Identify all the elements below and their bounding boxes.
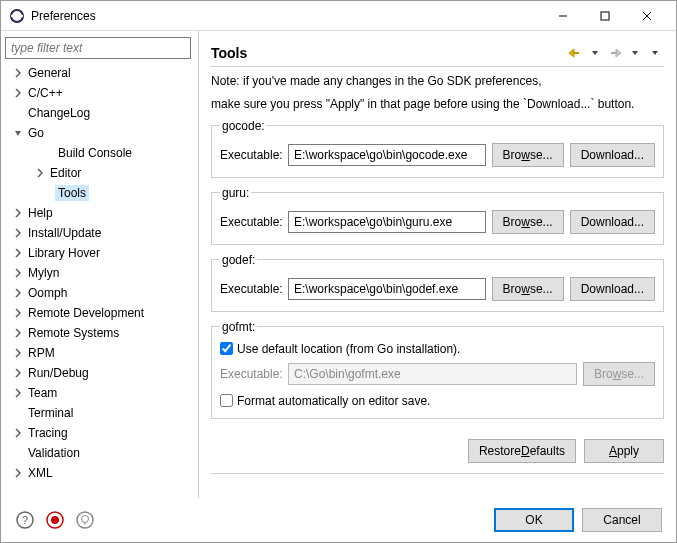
guru-exec-label: Executable: (220, 215, 282, 229)
app-icon (9, 8, 25, 24)
record-icon[interactable] (45, 510, 65, 530)
godef-download-button[interactable]: Download... (570, 277, 655, 301)
apply-button[interactable]: Apply (584, 439, 664, 463)
tree-label: RPM (25, 345, 58, 361)
view-menu-icon[interactable] (646, 44, 664, 62)
tree-item-install-update[interactable]: Install/Update (5, 223, 194, 243)
guru-path-input[interactable] (288, 211, 486, 233)
tree-label: C/C++ (25, 85, 66, 101)
gofmt-path-input (288, 363, 577, 385)
tree-item-xml[interactable]: XML (5, 463, 194, 483)
tree-item-terminal[interactable]: Terminal (5, 403, 194, 423)
tree-item-validation[interactable]: Validation (5, 443, 194, 463)
minimize-button[interactable] (542, 3, 584, 29)
tree-item-run-debug[interactable]: Run/Debug (5, 363, 194, 383)
tree-item-tracing[interactable]: Tracing (5, 423, 194, 443)
close-button[interactable] (626, 3, 668, 29)
chevron-right-icon[interactable] (11, 66, 25, 80)
tree-label: Tools (55, 185, 89, 201)
gocode-browse-button[interactable]: Browse... (492, 143, 564, 167)
godef-legend: godef: (220, 253, 257, 267)
tree-item-editor[interactable]: Editor (5, 163, 194, 183)
tree-item-c-c-[interactable]: C/C++ (5, 83, 194, 103)
chevron-right-icon[interactable] (11, 286, 25, 300)
gocode-download-button[interactable]: Download... (570, 143, 655, 167)
tree-item-general[interactable]: General (5, 63, 194, 83)
note-line1: Note: if you've made any changes in the … (211, 73, 664, 90)
tree-item-changelog[interactable]: ChangeLog (5, 103, 194, 123)
tree-item-go[interactable]: Go (5, 123, 194, 143)
tree-item-tools[interactable]: Tools (5, 183, 194, 203)
gofmt-default-checkbox[interactable] (220, 342, 233, 355)
chevron-right-icon[interactable] (11, 246, 25, 260)
tree-label: Help (25, 205, 56, 221)
gofmt-browse-button: Browse... (583, 362, 655, 386)
tree-label: Terminal (25, 405, 76, 421)
gocode-exec-label: Executable: (220, 148, 282, 162)
svg-text:?: ? (22, 514, 28, 526)
forward-icon[interactable] (606, 44, 624, 62)
sidebar: GeneralC/C++ChangeLogGoBuild ConsoleEdit… (1, 31, 199, 498)
chevron-right-icon[interactable] (11, 466, 25, 480)
chevron-right-icon[interactable] (11, 346, 25, 360)
tree-item-team[interactable]: Team (5, 383, 194, 403)
chevron-right-icon[interactable] (11, 306, 25, 320)
bulb-icon[interactable] (75, 510, 95, 530)
help-icon[interactable]: ? (15, 510, 35, 530)
chevron-right-icon[interactable] (11, 266, 25, 280)
gofmt-autoformat-label: Format automatically on editor save. (237, 394, 430, 408)
preferences-tree[interactable]: GeneralC/C++ChangeLogGoBuild ConsoleEdit… (5, 63, 194, 494)
svg-rect-3 (601, 12, 609, 20)
gocode-path-input[interactable] (288, 144, 486, 166)
note-line2: make sure you press "Apply" in that page… (211, 96, 664, 113)
chevron-right-icon[interactable] (11, 206, 25, 220)
tree-item-oomph[interactable]: Oomph (5, 283, 194, 303)
tree-label: ChangeLog (25, 105, 93, 121)
cancel-button[interactable]: Cancel (582, 508, 662, 532)
forward-menu-icon[interactable] (626, 44, 644, 62)
chevron-right-icon[interactable] (11, 426, 25, 440)
chevron-right-icon[interactable] (33, 166, 47, 180)
tree-item-library-hover[interactable]: Library Hover (5, 243, 194, 263)
svg-rect-1 (11, 15, 23, 17)
back-menu-icon[interactable] (586, 44, 604, 62)
tree-label: Build Console (55, 145, 135, 161)
chevron-right-icon[interactable] (11, 386, 25, 400)
godef-path-input[interactable] (288, 278, 486, 300)
tree-label: General (25, 65, 74, 81)
guru-download-button[interactable]: Download... (570, 210, 655, 234)
chevron-right-icon[interactable] (11, 326, 25, 340)
chevron-right-icon[interactable] (11, 226, 25, 240)
gofmt-autoformat-checkbox[interactable] (220, 394, 233, 407)
tree-item-remote-systems[interactable]: Remote Systems (5, 323, 194, 343)
tree-label: Run/Debug (25, 365, 92, 381)
tree-label: Remote Systems (25, 325, 122, 341)
chevron-right-icon[interactable] (11, 86, 25, 100)
tree-label: Oomph (25, 285, 70, 301)
window-title: Preferences (31, 9, 542, 23)
tree-item-remote-development[interactable]: Remote Development (5, 303, 194, 323)
chevron-down-icon[interactable] (11, 126, 25, 140)
maximize-button[interactable] (584, 3, 626, 29)
tree-item-build-console[interactable]: Build Console (5, 143, 194, 163)
svg-point-12 (77, 512, 93, 528)
chevron-right-icon[interactable] (11, 366, 25, 380)
godef-browse-button[interactable]: Browse... (492, 277, 564, 301)
tree-label: Library Hover (25, 245, 103, 261)
guru-browse-button[interactable]: Browse... (492, 210, 564, 234)
tree-label: Install/Update (25, 225, 104, 241)
page-title: Tools (211, 45, 566, 61)
guru-group: guru: Executable: Browse... Download... (211, 186, 664, 245)
tree-item-help[interactable]: Help (5, 203, 194, 223)
tree-item-rpm[interactable]: RPM (5, 343, 194, 363)
gofmt-exec-label: Executable: (220, 367, 282, 381)
filter-input[interactable] (5, 37, 191, 59)
tree-item-mylyn[interactable]: Mylyn (5, 263, 194, 283)
titlebar: Preferences (1, 1, 676, 31)
tree-label: Editor (47, 165, 84, 181)
restore-defaults-button[interactable]: Restore Defaults (468, 439, 576, 463)
svg-point-11 (51, 516, 59, 524)
ok-button[interactable]: OK (494, 508, 574, 532)
back-icon[interactable] (566, 44, 584, 62)
tree-label: Team (25, 385, 60, 401)
